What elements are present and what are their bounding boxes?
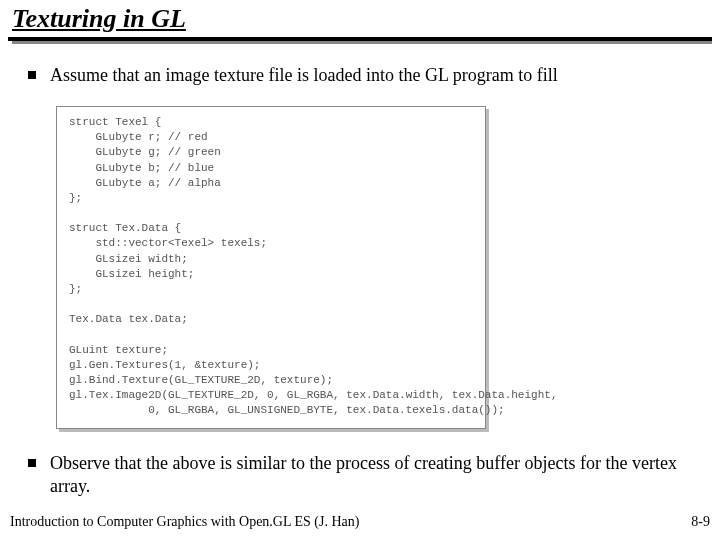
slide-title: Texturing in GL xyxy=(12,4,186,34)
title-rule xyxy=(8,40,712,41)
footer-left: Introduction to Computer Graphics with O… xyxy=(10,514,359,530)
footer: Introduction to Computer Graphics with O… xyxy=(10,514,710,530)
code-block: struct Texel { GLubyte r; // red GLubyte… xyxy=(56,106,486,429)
code-text: struct Texel { GLubyte r; // red GLubyte… xyxy=(56,106,486,429)
square-bullet-icon xyxy=(28,71,36,79)
bullet-item: Observe that the above is similar to the… xyxy=(28,452,712,498)
rule-main xyxy=(8,37,712,41)
square-bullet-icon xyxy=(28,459,36,467)
bullet-list-bottom: Observe that the above is similar to the… xyxy=(28,452,712,500)
footer-right: 8-9 xyxy=(691,514,710,530)
bullet-text: Assume that an image texture file is loa… xyxy=(50,64,558,87)
bullet-list-top: Assume that an image texture file is loa… xyxy=(28,64,708,89)
bullet-item: Assume that an image texture file is loa… xyxy=(28,64,708,87)
slide: Texturing in GL Assume that an image tex… xyxy=(0,0,720,540)
bullet-text: Observe that the above is similar to the… xyxy=(50,452,712,498)
